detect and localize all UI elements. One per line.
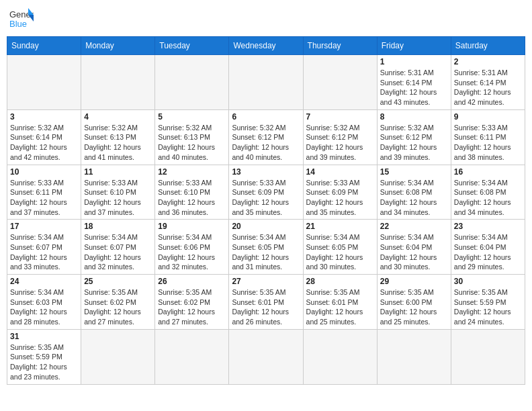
day-number: 7 (306, 112, 374, 122)
day-info: Sunrise: 5:35 AM Sunset: 5:59 PM Dayligh… (10, 342, 78, 382)
weekday-header-saturday: Saturday (451, 37, 525, 55)
calendar-cell (155, 329, 229, 384)
day-number: 12 (158, 167, 226, 177)
calendar-cell: 13Sunrise: 5:33 AM Sunset: 6:09 PM Dayli… (229, 165, 303, 220)
calendar-cell: 6Sunrise: 5:32 AM Sunset: 6:12 PM Daylig… (229, 109, 303, 165)
calendar-cell: 1Sunrise: 5:31 AM Sunset: 6:14 PM Daylig… (377, 55, 451, 110)
week-row-4: 17Sunrise: 5:34 AM Sunset: 6:07 PM Dayli… (7, 220, 525, 275)
day-number: 28 (306, 277, 374, 286)
calendar-cell: 8Sunrise: 5:32 AM Sunset: 6:12 PM Daylig… (377, 109, 451, 165)
weekday-header-friday: Friday (377, 37, 451, 55)
calendar-cell: 23Sunrise: 5:34 AM Sunset: 6:04 PM Dayli… (451, 220, 525, 275)
day-info: Sunrise: 5:34 AM Sunset: 6:08 PM Dayligh… (454, 178, 522, 218)
day-info: Sunrise: 5:34 AM Sunset: 6:07 PM Dayligh… (84, 232, 152, 272)
calendar-cell: 2Sunrise: 5:31 AM Sunset: 6:14 PM Daylig… (451, 55, 525, 110)
day-info: Sunrise: 5:34 AM Sunset: 6:05 PM Dayligh… (306, 232, 374, 272)
calendar-cell (377, 329, 451, 384)
day-number: 22 (380, 222, 448, 231)
day-number: 5 (158, 112, 226, 122)
day-number: 31 (10, 332, 78, 341)
calendar-cell (303, 329, 377, 384)
calendar-cell: 24Sunrise: 5:34 AM Sunset: 6:03 PM Dayli… (7, 275, 81, 330)
weekday-header-wednesday: Wednesday (229, 37, 303, 55)
calendar-cell: 21Sunrise: 5:34 AM Sunset: 6:05 PM Dayli… (303, 220, 377, 275)
calendar-cell: 9Sunrise: 5:33 AM Sunset: 6:11 PM Daylig… (451, 109, 525, 165)
week-row-1: 1Sunrise: 5:31 AM Sunset: 6:14 PM Daylig… (7, 55, 525, 110)
day-info: Sunrise: 5:32 AM Sunset: 6:13 PM Dayligh… (158, 123, 226, 163)
day-info: Sunrise: 5:32 AM Sunset: 6:13 PM Dayligh… (84, 123, 152, 163)
calendar-cell: 19Sunrise: 5:34 AM Sunset: 6:06 PM Dayli… (155, 220, 229, 275)
calendar-cell: 11Sunrise: 5:33 AM Sunset: 6:10 PM Dayli… (81, 165, 155, 220)
day-info: Sunrise: 5:34 AM Sunset: 6:05 PM Dayligh… (232, 232, 300, 272)
day-info: Sunrise: 5:32 AM Sunset: 6:12 PM Dayligh… (380, 123, 448, 163)
day-number: 13 (232, 167, 300, 177)
calendar-cell: 29Sunrise: 5:35 AM Sunset: 6:00 PM Dayli… (377, 275, 451, 330)
day-info: Sunrise: 5:35 AM Sunset: 5:59 PM Dayligh… (454, 287, 522, 327)
logo-icon: General Blue (9, 7, 34, 31)
day-number: 17 (10, 222, 78, 231)
calendar-cell: 3Sunrise: 5:32 AM Sunset: 6:14 PM Daylig… (7, 109, 81, 165)
day-number: 1 (380, 57, 448, 66)
day-number: 30 (454, 277, 522, 286)
day-number: 14 (306, 167, 374, 177)
calendar-cell: 30Sunrise: 5:35 AM Sunset: 5:59 PM Dayli… (451, 275, 525, 330)
week-row-6: 31Sunrise: 5:35 AM Sunset: 5:59 PM Dayli… (7, 329, 525, 384)
day-info: Sunrise: 5:34 AM Sunset: 6:04 PM Dayligh… (380, 232, 448, 272)
calendar-cell: 20Sunrise: 5:34 AM Sunset: 6:05 PM Dayli… (229, 220, 303, 275)
day-info: Sunrise: 5:35 AM Sunset: 6:01 PM Dayligh… (232, 287, 300, 327)
day-info: Sunrise: 5:31 AM Sunset: 6:14 PM Dayligh… (380, 68, 448, 107)
day-number: 3 (10, 112, 78, 122)
calendar-cell (7, 55, 81, 110)
day-info: Sunrise: 5:32 AM Sunset: 6:14 PM Dayligh… (10, 123, 78, 163)
calendar-cell: 17Sunrise: 5:34 AM Sunset: 6:07 PM Dayli… (7, 220, 81, 275)
day-number: 15 (380, 167, 448, 177)
calendar-cell: 16Sunrise: 5:34 AM Sunset: 6:08 PM Dayli… (451, 165, 525, 220)
day-info: Sunrise: 5:33 AM Sunset: 6:10 PM Dayligh… (158, 178, 226, 218)
day-number: 10 (10, 167, 78, 177)
day-info: Sunrise: 5:35 AM Sunset: 6:01 PM Dayligh… (306, 287, 374, 327)
day-info: Sunrise: 5:35 AM Sunset: 6:02 PM Dayligh… (84, 287, 152, 327)
day-number: 21 (306, 222, 374, 231)
day-number: 6 (232, 112, 300, 122)
day-number: 25 (84, 277, 152, 286)
calendar-cell (229, 329, 303, 384)
day-number: 27 (232, 277, 300, 286)
day-info: Sunrise: 5:31 AM Sunset: 6:14 PM Dayligh… (454, 68, 522, 107)
day-info: Sunrise: 5:32 AM Sunset: 6:12 PM Dayligh… (232, 123, 300, 163)
day-number: 16 (454, 167, 522, 177)
day-number: 18 (84, 222, 152, 231)
calendar-cell: 25Sunrise: 5:35 AM Sunset: 6:02 PM Dayli… (81, 275, 155, 330)
day-number: 24 (10, 277, 78, 286)
day-info: Sunrise: 5:34 AM Sunset: 6:06 PM Dayligh… (158, 232, 226, 272)
calendar-cell: 28Sunrise: 5:35 AM Sunset: 6:01 PM Dayli… (303, 275, 377, 330)
svg-text:Blue: Blue (9, 19, 27, 29)
day-info: Sunrise: 5:33 AM Sunset: 6:10 PM Dayligh… (84, 178, 152, 218)
weekday-header-thursday: Thursday (303, 37, 377, 55)
calendar-cell: 22Sunrise: 5:34 AM Sunset: 6:04 PM Dayli… (377, 220, 451, 275)
calendar-cell: 14Sunrise: 5:33 AM Sunset: 6:09 PM Dayli… (303, 165, 377, 220)
day-info: Sunrise: 5:35 AM Sunset: 6:02 PM Dayligh… (158, 287, 226, 327)
day-number: 26 (158, 277, 226, 286)
day-info: Sunrise: 5:33 AM Sunset: 6:11 PM Dayligh… (10, 178, 78, 218)
calendar-cell: 31Sunrise: 5:35 AM Sunset: 5:59 PM Dayli… (7, 329, 81, 384)
day-info: Sunrise: 5:33 AM Sunset: 6:09 PM Dayligh… (232, 178, 300, 218)
page-header: General Blue (7, 7, 525, 31)
day-info: Sunrise: 5:33 AM Sunset: 6:09 PM Dayligh… (306, 178, 374, 218)
weekday-header-row: SundayMondayTuesdayWednesdayThursdayFrid… (7, 37, 525, 55)
day-number: 11 (84, 167, 152, 177)
calendar-cell: 15Sunrise: 5:34 AM Sunset: 6:08 PM Dayli… (377, 165, 451, 220)
calendar-table: SundayMondayTuesdayWednesdayThursdayFrid… (7, 36, 525, 385)
weekday-header-sunday: Sunday (7, 37, 81, 55)
weekday-header-monday: Monday (81, 37, 155, 55)
day-info: Sunrise: 5:35 AM Sunset: 6:00 PM Dayligh… (380, 287, 448, 327)
calendar-cell (81, 329, 155, 384)
calendar-cell (303, 55, 377, 110)
calendar-cell (81, 55, 155, 110)
calendar-cell: 7Sunrise: 5:32 AM Sunset: 6:12 PM Daylig… (303, 109, 377, 165)
day-number: 29 (380, 277, 448, 286)
day-info: Sunrise: 5:34 AM Sunset: 6:03 PM Dayligh… (10, 287, 78, 327)
day-info: Sunrise: 5:34 AM Sunset: 6:07 PM Dayligh… (10, 232, 78, 272)
day-number: 20 (232, 222, 300, 231)
week-row-5: 24Sunrise: 5:34 AM Sunset: 6:03 PM Dayli… (7, 275, 525, 330)
calendar-cell (229, 55, 303, 110)
